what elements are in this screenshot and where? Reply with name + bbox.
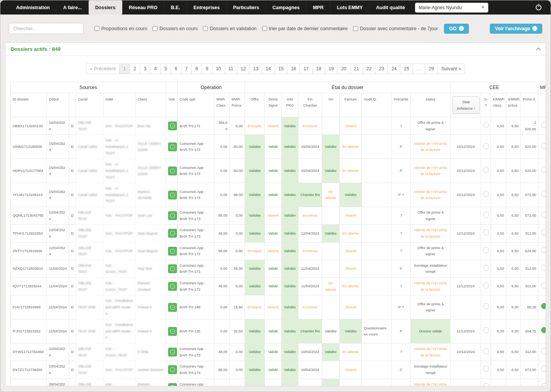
nav-tab-b-e-[interactable]: B.E.: [164, 0, 187, 15]
checkbox-input[interactable]: [203, 26, 208, 31]
view-dossier-button[interactable]: →: [168, 247, 177, 256]
pagination-page-17[interactable]: 17: [300, 63, 313, 74]
checkbox-input[interactable]: [94, 26, 99, 31]
user-select[interactable]: Marie-Agnès Nyundu: [415, 3, 488, 13]
pagination-page-23[interactable]: 23: [375, 63, 388, 74]
cell-eur_class: 6,50: [491, 159, 506, 183]
cell-eur_preca: 6,50: [506, 242, 521, 260]
pagination-page-11[interactable]: 11: [225, 63, 237, 74]
cell-prime: 572,00: [521, 183, 538, 207]
pagination-page-4[interactable]: 4: [150, 63, 161, 74]
sort-date-echeance-button[interactable]: Date échéance ↕: [452, 96, 480, 114]
cell-devis: Validé: [265, 225, 282, 242]
pagination-page-8[interactable]: 8: [191, 63, 202, 74]
filter-checkbox-3[interactable]: trier par date de dernier commentaire: [262, 26, 348, 31]
cell-facture: Validée: [340, 183, 362, 207]
view-dossier-button[interactable]: →: [168, 229, 177, 238]
view-dossier-button[interactable]: →: [168, 211, 177, 220]
pagination-next[interactable]: Suivant »: [438, 63, 465, 74]
pagination-page-24[interactable]: 24: [387, 63, 400, 74]
pagination-prev[interactable]: « Précédent: [86, 63, 119, 74]
view-dossier-button[interactable]: →: [168, 348, 177, 356]
filter-checkbox-0[interactable]: Propositions en cours: [94, 26, 147, 31]
filter-checkbox-2[interactable]: Dossiers en validation: [203, 26, 256, 31]
column-header-info-pro: Info PRO: [282, 93, 298, 117]
pagination-page-10[interactable]: 10: [212, 63, 225, 74]
pagination-page-21[interactable]: 21: [350, 63, 363, 74]
pagination-page-18[interactable]: 18: [312, 63, 325, 74]
cell-client: Yolaed X: [136, 319, 166, 343]
cell-audit: [362, 242, 392, 260]
table-row: IQVY171282924411/04/2024DOBLIGE TESTInst…: [11, 278, 546, 295]
go-button[interactable]: GO →: [444, 24, 468, 34]
view-dossier-button[interactable]: →: [168, 282, 177, 291]
view-dossier-button[interactable]: →: [168, 303, 177, 312]
cell-debut: 11/04/2024: [47, 278, 69, 295]
nav-tab-a-faire-[interactable]: A faire...: [57, 0, 89, 15]
pagination-page-6[interactable]: 6: [171, 63, 182, 74]
pagination-page-25[interactable]: 25: [400, 63, 413, 74]
mpr-indicator: [541, 143, 546, 149]
arrow-circle-icon: →: [170, 213, 175, 218]
pagination-page-22[interactable]: 22: [363, 63, 376, 74]
nav-tab-r-seau-pro[interactable]: Réseau PRO: [122, 0, 164, 15]
view-dossier-button[interactable]: →: [168, 121, 177, 130]
nav-tab-administration[interactable]: Administration: [10, 0, 57, 15]
nav-tab-audit-qualit-[interactable]: Audit qualité: [369, 0, 412, 15]
cell-precarite: P: [392, 260, 411, 277]
filter-checkbox-1[interactable]: Dossiers en cours: [152, 26, 198, 31]
cell-facture: Absent: [340, 295, 362, 319]
pagination-page-2[interactable]: 2: [130, 63, 140, 74]
view-dossier-button[interactable]: →: [168, 191, 177, 199]
pagination-page-12[interactable]: 12: [237, 63, 250, 74]
nav-tab-dossiers[interactable]: Dossiers: [89, 0, 122, 15]
cell-statut: Sondage installateur rempli: [411, 361, 451, 379]
pagination-page-3[interactable]: 3: [140, 63, 151, 74]
view-dossier-button[interactable]: →: [168, 365, 177, 374]
nav-tab-entreprises[interactable]: Entreprises: [187, 0, 227, 15]
pagination-page-13[interactable]: 13: [249, 63, 262, 74]
checkbox-input[interactable]: [353, 26, 358, 31]
pagination-page-9[interactable]: 9: [202, 63, 212, 74]
view-dossier-button[interactable]: →: [168, 383, 177, 386]
cell-d: D: [69, 260, 76, 277]
view-dossier-button[interactable]: →: [168, 264, 177, 273]
cell-mwh_class: 96,00: [214, 379, 230, 386]
cell-date_echeance: [451, 361, 481, 379]
cell-devis: Validé: [265, 278, 282, 295]
cell-eur_class: 6,50: [491, 225, 506, 242]
logout-button[interactable]: [536, 0, 541, 15]
pagination-page-29[interactable]: 29: [425, 63, 438, 74]
pagination-page-7[interactable]: 7: [181, 63, 192, 74]
cell-offre: Validée: [245, 361, 265, 379]
pagination-page-20[interactable]: 20: [337, 63, 350, 74]
pagination-page-15[interactable]: 15: [274, 63, 287, 74]
pagination-page-19[interactable]: 19: [325, 63, 338, 74]
nav-tab-particuliers[interactable]: Particuliers: [227, 0, 266, 15]
filter-checkbox-4[interactable]: Dossier avec commentaire - de 7jour: [353, 26, 438, 31]
cell-mpr: [538, 225, 546, 242]
checkbox-input[interactable]: [262, 26, 267, 31]
nav-tab-mpr[interactable]: MPR: [306, 0, 331, 15]
checkbox-input[interactable]: [152, 26, 157, 31]
cell-eur_preca: 6,50: [506, 260, 521, 277]
nav-tab-lots-emmy[interactable]: Lots EMMY: [331, 0, 369, 15]
search-input[interactable]: [9, 23, 84, 34]
cell-eur_class: 6,50: [491, 183, 506, 207]
view-archive-button[interactable]: Voir l'archivage →: [490, 24, 542, 34]
cell-offre: Validée: [245, 159, 265, 183]
cell-voir: →: [166, 319, 178, 343]
pagination-page-5[interactable]: 5: [160, 63, 171, 74]
column-header-initi-: Initié: [104, 93, 136, 117]
view-dossier-button[interactable]: →: [168, 143, 177, 151]
nav-tab-campagnes[interactable]: Campagnes: [266, 0, 306, 15]
mpr-indicator: [541, 265, 546, 271]
cell-offre: Validée: [245, 319, 265, 343]
pagination-page-14[interactable]: 14: [262, 63, 275, 74]
pagination-page-16[interactable]: 16: [287, 63, 300, 74]
view-dossier-button[interactable]: →: [168, 167, 177, 175]
pagination-page-1[interactable]: 1: [119, 63, 130, 74]
view-dossier-button[interactable]: →: [168, 327, 177, 336]
column-header--mwh-class-: €/MWh class.: [491, 93, 506, 117]
collapse-chevron-icon[interactable]: [536, 47, 541, 52]
